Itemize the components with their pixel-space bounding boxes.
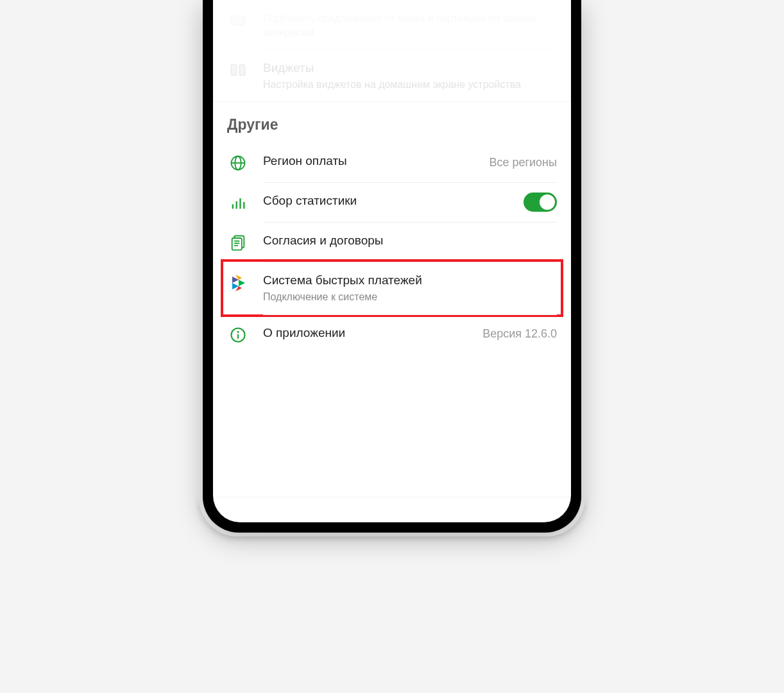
svg-rect-2 [244, 17, 245, 23]
svg-point-23 [237, 331, 238, 332]
stats-icon [227, 193, 249, 212]
offers-icon [227, 10, 249, 30]
list-item-title: О приложении [263, 325, 468, 341]
list-item-title: Регион оплаты [263, 153, 475, 169]
svg-rect-1 [230, 17, 232, 23]
list-item-subtitle: Подключение к системе [263, 290, 557, 304]
list-item-sbp[interactable]: Система быстрых платежей Подключение к с… [213, 262, 571, 314]
svg-rect-3 [232, 65, 237, 75]
svg-rect-4 [239, 65, 244, 75]
svg-rect-0 [232, 16, 244, 25]
list-item-statistics[interactable]: Сбор статистики [213, 182, 571, 222]
list-item-widgets[interactable]: Виджеты Настройка виджетов на домашнем э… [213, 49, 571, 101]
list-item-title: Сбор статистики [263, 193, 509, 209]
list-item-title: Виджеты [263, 60, 557, 76]
svg-marker-19 [239, 280, 245, 286]
list-item-about[interactable]: О приложении Версия 12.6.0 [213, 314, 571, 354]
list-item-offers[interactable]: Подбирать предложения от банка и партнёр… [213, 0, 571, 49]
list-item-value: Версия 12.6.0 [482, 327, 557, 341]
list-item-title: Согласия и договоры [263, 232, 557, 249]
list-item-title: Система быстрых платежей [263, 272, 557, 289]
documents-icon [227, 232, 249, 252]
list-item-agreements[interactable]: Согласия и договоры [213, 222, 571, 262]
section-header-other: Другие [213, 102, 571, 142]
info-icon [227, 325, 249, 344]
list-item-subtitle: Подбирать предложения от банка и партнёр… [263, 12, 557, 39]
phone-frame: Подбирать предложения от банка и партнёр… [203, 0, 581, 533]
settings-list: Подбирать предложения от банка и партнёр… [213, 0, 571, 354]
svg-rect-13 [232, 238, 242, 250]
sbp-icon [227, 272, 249, 293]
list-item-value: Все регионы [489, 156, 557, 169]
statistics-toggle[interactable] [524, 193, 557, 212]
globe-icon [227, 153, 249, 172]
widgets-icon [227, 60, 249, 79]
screen: Подбирать предложения от банка и партнёр… [213, 0, 571, 522]
list-item-region[interactable]: Регион оплаты Все регионы [213, 142, 571, 182]
list-item-subtitle: Настройка виджетов на домашнем экране ус… [263, 78, 557, 92]
